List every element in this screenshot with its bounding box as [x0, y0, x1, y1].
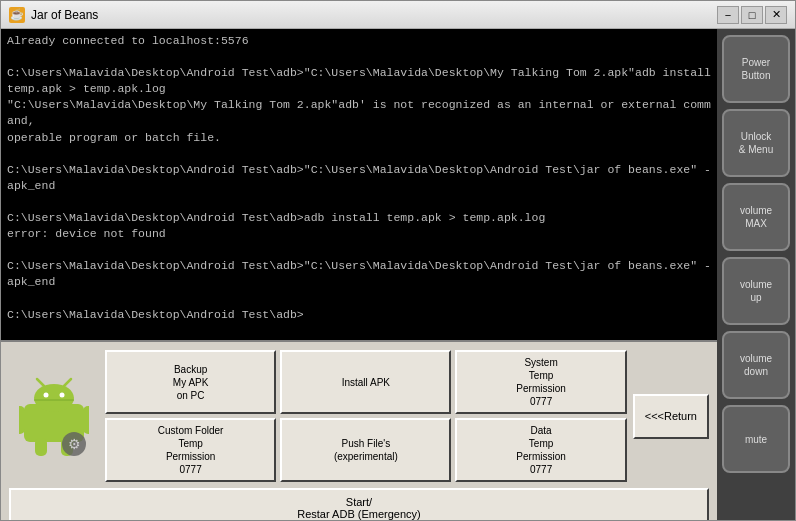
start-adb-button[interactable]: Start/ Restar ADB (Emergency): [9, 488, 709, 520]
main-window: ☕ Jar of Beans − □ ✕ Already connected t…: [0, 0, 796, 521]
custom-folder-button[interactable]: Custom Folder Temp Permission 0777: [105, 418, 276, 482]
svg-line-5: [64, 379, 71, 386]
push-files-button[interactable]: Push File's (experimental): [280, 418, 451, 482]
minimize-button[interactable]: −: [717, 6, 739, 24]
svg-rect-6: [19, 406, 25, 434]
app-icon: ☕: [9, 7, 25, 23]
bottom-top-row: ⚙ Backup My APK on PC Install APK System…: [9, 350, 709, 482]
mute-button[interactable]: mute: [722, 405, 790, 473]
svg-text:⚙: ⚙: [68, 436, 81, 452]
close-button[interactable]: ✕: [765, 6, 787, 24]
volume-up-button[interactable]: volume up: [722, 257, 790, 325]
data-temp-button[interactable]: Data Temp Permission 0777: [455, 418, 626, 482]
bottom-bottom-row: Start/ Restar ADB (Emergency): [9, 488, 709, 520]
terminal-area: Already connected to localhost:5576 C:\U…: [1, 29, 717, 340]
bottom-panel: ⚙ Backup My APK on PC Install APK System…: [1, 340, 717, 520]
backup-apk-button[interactable]: Backup My APK on PC: [105, 350, 276, 414]
terminal-output[interactable]: Already connected to localhost:5576 C:\U…: [1, 29, 717, 340]
svg-rect-8: [35, 438, 47, 456]
install-apk-button[interactable]: Install APK: [280, 350, 451, 414]
svg-point-1: [34, 384, 74, 412]
svg-line-4: [37, 379, 44, 386]
svg-point-3: [60, 393, 65, 398]
system-temp-button[interactable]: System Temp Permission 0777: [455, 350, 626, 414]
svg-point-2: [44, 393, 49, 398]
maximize-button[interactable]: □: [741, 6, 763, 24]
android-icon-area: ⚙: [9, 366, 99, 466]
svg-rect-7: [83, 406, 89, 434]
right-sidebar: Power Button Unlock & Menu volume MAX vo…: [717, 29, 795, 520]
volume-max-button[interactable]: volume MAX: [722, 183, 790, 251]
action-buttons-grid: Backup My APK on PC Install APK System T…: [105, 350, 627, 482]
return-button[interactable]: <<<Return: [633, 394, 709, 439]
unlock-menu-button[interactable]: Unlock & Menu: [722, 109, 790, 177]
volume-down-button[interactable]: volume down: [722, 331, 790, 399]
title-bar: ☕ Jar of Beans − □ ✕: [1, 1, 795, 29]
window-controls: − □ ✕: [717, 6, 787, 24]
android-icon: ⚙: [19, 376, 89, 456]
window-title: Jar of Beans: [31, 8, 717, 22]
main-content: Already connected to localhost:5576 C:\U…: [1, 29, 795, 520]
power-button[interactable]: Power Button: [722, 35, 790, 103]
